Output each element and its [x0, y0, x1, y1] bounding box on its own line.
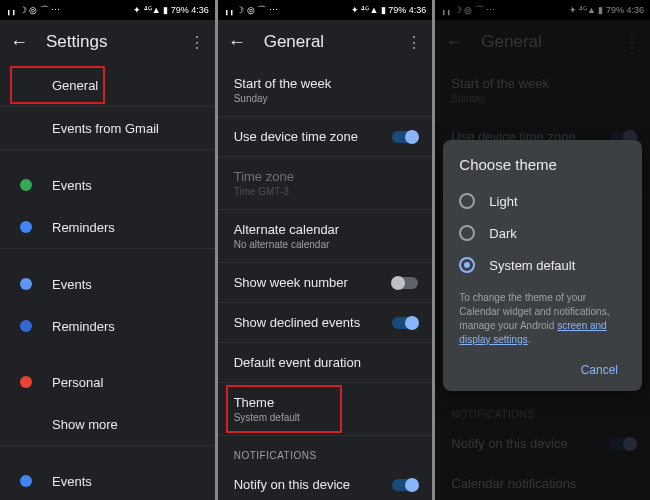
row-reminders-1[interactable]: Reminders: [0, 206, 215, 249]
row-sublabel: Time GMT-3: [234, 186, 417, 197]
overflow-icon[interactable]: ⋮: [406, 33, 422, 52]
switch-week-number[interactable]: [392, 277, 418, 289]
overflow-icon[interactable]: ⋮: [189, 33, 205, 52]
page-title: Settings: [46, 32, 171, 52]
row-general[interactable]: General: [0, 64, 215, 107]
radio-label: Light: [489, 194, 517, 209]
row-week-number[interactable]: Show week number: [218, 263, 433, 303]
calendar-dot-icon: [20, 278, 32, 290]
status-bar: ╻╻ ☽ ◎ ⌒ ⋯ ✦ ⁴ᴳ▲ ▮ 79% 4:36: [0, 0, 215, 20]
appbar: ← General ⋮: [218, 20, 433, 64]
row-label: Events: [52, 178, 92, 193]
radio-icon: [459, 193, 475, 209]
section-notifications: NOTIFICATIONS: [218, 436, 433, 465]
row-personal[interactable]: Personal: [0, 361, 215, 403]
row-events-3[interactable]: Events: [0, 460, 215, 500]
status-left: ╻╻ ☽ ◎ ⌒ ⋯: [224, 4, 278, 17]
radio-light[interactable]: Light: [459, 185, 626, 217]
row-notify-device[interactable]: Notify on this device: [218, 465, 433, 500]
calendar-dot-icon: [20, 320, 32, 332]
radio-dark[interactable]: Dark: [459, 217, 626, 249]
row-label: Events: [52, 277, 92, 292]
dialog-actions: Cancel: [459, 357, 626, 383]
general-list: Start of the week Sunday Use device time…: [218, 64, 433, 500]
row-label: Reminders: [52, 319, 115, 334]
row-timezone: Time zone Time GMT-3: [218, 157, 433, 210]
switch-declined[interactable]: [392, 317, 418, 329]
row-label: General: [52, 78, 98, 93]
settings-list: General Events from Gmail Events Reminde…: [0, 64, 215, 500]
row-label: Default event duration: [234, 355, 417, 370]
calendar-dot-icon: [20, 221, 32, 233]
row-alternate-calendar[interactable]: Alternate calendar No alternate calendar: [218, 210, 433, 263]
row-theme[interactable]: Theme System default: [218, 383, 433, 436]
row-label: Show declined events: [234, 315, 417, 330]
page-title: General: [264, 32, 389, 52]
row-label: Show week number: [234, 275, 417, 290]
radio-icon: [459, 225, 475, 241]
status-right: ✦ ⁴ᴳ▲ ▮ 79% 4:36: [133, 5, 208, 15]
row-sublabel: Sunday: [234, 93, 417, 104]
switch-notify[interactable]: [392, 479, 418, 491]
row-event-duration[interactable]: Default event duration: [218, 343, 433, 383]
radio-icon-selected: [459, 257, 475, 273]
row-events-2[interactable]: Events: [0, 263, 215, 305]
appbar: ← Settings ⋮: [0, 20, 215, 64]
screen-theme-dialog: ╻╻ ☽ ◎ ⌒ ⋯ ✦ ⁴ᴳ▲ ▮ 79% 4:36 ← General ⋮ …: [435, 0, 650, 500]
status-bar: ╻╻ ☽ ◎ ⌒ ⋯ ✦ ⁴ᴳ▲ ▮ 79% 4:36: [218, 0, 433, 20]
row-label: Alternate calendar: [234, 222, 417, 237]
calendar-dot-icon: [20, 179, 32, 191]
row-label: Show more: [52, 417, 118, 432]
radio-label: System default: [489, 258, 575, 273]
row-show-more[interactable]: Show more: [0, 403, 215, 446]
theme-dialog: Choose theme Light Dark System default T…: [443, 140, 642, 391]
row-sublabel: No alternate calendar: [234, 239, 417, 250]
dialog-title: Choose theme: [459, 156, 626, 173]
row-start-of-week[interactable]: Start of the week Sunday: [218, 64, 433, 117]
row-label: Reminders: [52, 220, 115, 235]
row-events-1[interactable]: Events: [0, 164, 215, 206]
row-label: Events from Gmail: [52, 121, 159, 136]
cancel-button[interactable]: Cancel: [573, 357, 626, 383]
back-icon[interactable]: ←: [228, 32, 246, 53]
row-device-timezone[interactable]: Use device time zone: [218, 117, 433, 157]
row-declined-events[interactable]: Show declined events: [218, 303, 433, 343]
row-label: Use device time zone: [234, 129, 417, 144]
back-icon[interactable]: ←: [10, 32, 28, 53]
row-reminders-2[interactable]: Reminders: [0, 305, 215, 347]
row-label: Start of the week: [234, 76, 417, 91]
switch-device-timezone[interactable]: [392, 131, 418, 143]
radio-system-default[interactable]: System default: [459, 249, 626, 281]
row-label: Time zone: [234, 169, 417, 184]
row-sublabel: System default: [234, 412, 417, 423]
status-left: ╻╻ ☽ ◎ ⌒ ⋯: [6, 4, 60, 17]
calendar-dot-icon: [20, 475, 32, 487]
row-events-gmail[interactable]: Events from Gmail: [0, 107, 215, 150]
calendar-dot-icon: [20, 376, 32, 388]
screen-settings: ╻╻ ☽ ◎ ⌒ ⋯ ✦ ⁴ᴳ▲ ▮ 79% 4:36 ← Settings ⋮…: [0, 0, 215, 500]
row-label: Notify on this device: [234, 477, 417, 492]
row-label: Personal: [52, 375, 103, 390]
status-right: ✦ ⁴ᴳ▲ ▮ 79% 4:36: [351, 5, 426, 15]
row-label: Theme: [234, 395, 417, 410]
screen-general: ╻╻ ☽ ◎ ⌒ ⋯ ✦ ⁴ᴳ▲ ▮ 79% 4:36 ← General ⋮ …: [218, 0, 433, 500]
row-label: Events: [52, 474, 92, 489]
dialog-note: To change the theme of your Calendar wid…: [459, 291, 626, 347]
radio-label: Dark: [489, 226, 516, 241]
